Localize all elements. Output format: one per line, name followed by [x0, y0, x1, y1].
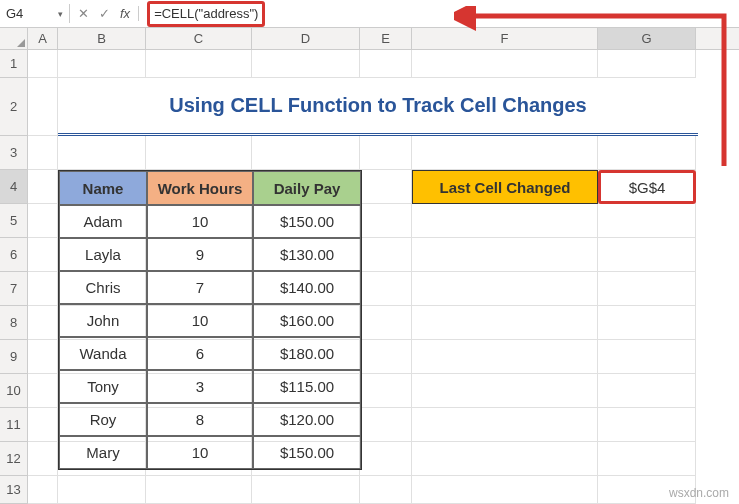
cell-name[interactable]: Roy: [59, 403, 147, 436]
row-header-8[interactable]: 8: [0, 306, 28, 340]
cell-hours[interactable]: 10: [147, 205, 253, 238]
cell-name[interactable]: Adam: [59, 205, 147, 238]
sheet-title: Using CELL Function to Track Cell Change…: [58, 78, 698, 136]
dropdown-icon[interactable]: ▾: [58, 9, 63, 19]
grid-area: 1 2 3 4 5 6 7 8 9 10 11 12 13 Using CELL…: [0, 50, 739, 504]
cell-pay[interactable]: $120.00: [253, 403, 361, 436]
row-header-3[interactable]: 3: [0, 136, 28, 170]
cell-name[interactable]: Wanda: [59, 337, 147, 370]
row-header-13[interactable]: 13: [0, 476, 28, 504]
table-row: Adam 10 $150.00: [59, 205, 361, 238]
cell-hours[interactable]: 9: [147, 238, 253, 271]
table-header-row: Name Work Hours Daily Pay: [59, 171, 361, 205]
row-header-9[interactable]: 9: [0, 340, 28, 374]
cell-pay[interactable]: $130.00: [253, 238, 361, 271]
last-changed-value[interactable]: $G$4: [598, 170, 696, 204]
col-header-A[interactable]: A: [28, 28, 58, 49]
cell-name[interactable]: Layla: [59, 238, 147, 271]
row-header-12[interactable]: 12: [0, 442, 28, 476]
formula-input[interactable]: =CELL("address"): [139, 1, 739, 27]
row-header-10[interactable]: 10: [0, 374, 28, 408]
cell-name[interactable]: John: [59, 304, 147, 337]
header-name[interactable]: Name: [59, 171, 147, 205]
column-headers: A B C D E F G: [0, 28, 739, 50]
row-header-7[interactable]: 7: [0, 272, 28, 306]
watermark: wsxdn.com: [669, 486, 729, 500]
cell-name[interactable]: Mary: [59, 436, 147, 469]
cell-hours[interactable]: 7: [147, 271, 253, 304]
col-header-C[interactable]: C: [146, 28, 252, 49]
cell-name[interactable]: Chris: [59, 271, 147, 304]
header-hours[interactable]: Work Hours: [147, 171, 253, 205]
cell-pay[interactable]: $160.00: [253, 304, 361, 337]
table-row: Wanda 6 $180.00: [59, 337, 361, 370]
cell-hours[interactable]: 6: [147, 337, 253, 370]
table-row: John 10 $160.00: [59, 304, 361, 337]
row-headers: 1 2 3 4 5 6 7 8 9 10 11 12 13: [0, 50, 28, 504]
cell-hours[interactable]: 3: [147, 370, 253, 403]
formula-bar: G4 ▾ ✕ ✓ fx =CELL("address"): [0, 0, 739, 28]
cell-pay[interactable]: $140.00: [253, 271, 361, 304]
table-row: Layla 9 $130.00: [59, 238, 361, 271]
confirm-icon[interactable]: ✓: [99, 6, 110, 21]
last-changed-label[interactable]: Last Cell Changed: [412, 170, 598, 204]
select-all-corner[interactable]: [0, 28, 28, 49]
col-header-F[interactable]: F: [412, 28, 598, 49]
col-header-E[interactable]: E: [360, 28, 412, 49]
col-header-D[interactable]: D: [252, 28, 360, 49]
cell-pay[interactable]: $150.00: [253, 436, 361, 469]
cell-pay[interactable]: $150.00: [253, 205, 361, 238]
row-header-4[interactable]: 4: [0, 170, 28, 204]
header-pay[interactable]: Daily Pay: [253, 171, 361, 205]
col-header-G[interactable]: G: [598, 28, 696, 49]
table-row: Chris 7 $140.00: [59, 271, 361, 304]
cell-name[interactable]: Tony: [59, 370, 147, 403]
row-header-2[interactable]: 2: [0, 78, 28, 136]
cell-hours[interactable]: 10: [147, 436, 253, 469]
row-header-6[interactable]: 6: [0, 238, 28, 272]
cell-grid[interactable]: Using CELL Function to Track Cell Change…: [28, 50, 739, 504]
row-header-1[interactable]: 1: [0, 50, 28, 78]
table-row: Tony 3 $115.00: [59, 370, 361, 403]
row-header-11[interactable]: 11: [0, 408, 28, 442]
cell-pay[interactable]: $115.00: [253, 370, 361, 403]
cell-hours[interactable]: 10: [147, 304, 253, 337]
row-header-5[interactable]: 5: [0, 204, 28, 238]
cell-pay[interactable]: $180.00: [253, 337, 361, 370]
name-box-value: G4: [6, 6, 23, 21]
formula-text: =CELL("address"): [147, 1, 265, 27]
table-row: Roy 8 $120.00: [59, 403, 361, 436]
col-header-B[interactable]: B: [58, 28, 146, 49]
name-box[interactable]: G4 ▾: [0, 4, 70, 23]
cell-hours[interactable]: 8: [147, 403, 253, 436]
formula-icon-group: ✕ ✓ fx: [70, 6, 139, 21]
data-table: Name Work Hours Daily Pay Adam 10 $150.0…: [58, 170, 362, 470]
table-row: Mary 10 $150.00: [59, 436, 361, 469]
cancel-icon[interactable]: ✕: [78, 6, 89, 21]
fx-icon[interactable]: fx: [120, 6, 130, 21]
